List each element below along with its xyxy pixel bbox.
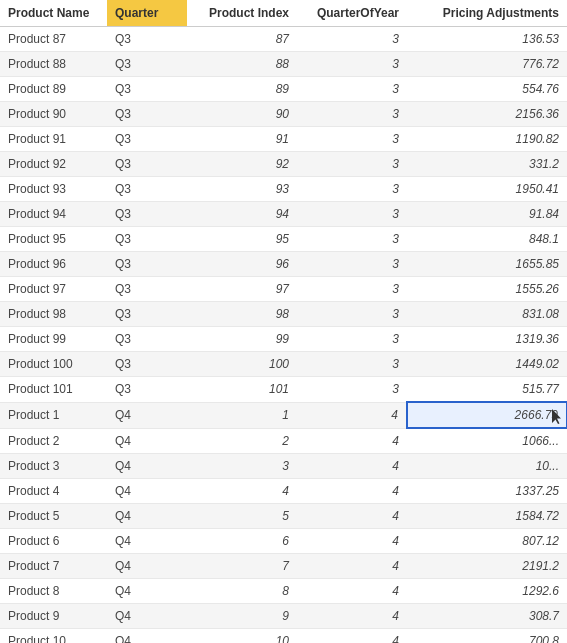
cell-quarter: Q3 (107, 152, 187, 177)
cell-pricing-adjustments: 331.2 (407, 152, 567, 177)
cell-quarter: Q3 (107, 202, 187, 227)
cell-pricing-adjustments: 2191.2 (407, 554, 567, 579)
cell-product-name: Product 88 (0, 52, 107, 77)
cell-product-index: 4 (187, 479, 297, 504)
cell-product-name: Product 92 (0, 152, 107, 177)
table-row: Product 8Q4841292.6 (0, 579, 567, 604)
cell-product-index: 8 (187, 579, 297, 604)
cell-quarter: Q3 (107, 177, 187, 202)
cell-product-index: 89 (187, 77, 297, 102)
cell-quarter-of-year: 3 (297, 202, 407, 227)
cell-pricing-adjustments: 848.1 (407, 227, 567, 252)
cell-product-index: 96 (187, 252, 297, 277)
cell-product-name: Product 90 (0, 102, 107, 127)
table-row: Product 93Q39331950.41 (0, 177, 567, 202)
cell-quarter: Q4 (107, 504, 187, 529)
cell-quarter: Q4 (107, 402, 187, 428)
cell-quarter: Q3 (107, 277, 187, 302)
cell-pricing-adjustments: 776.72 (407, 52, 567, 77)
cell-pricing-adjustments: 1449.02 (407, 352, 567, 377)
header-quarter: Quarter (107, 0, 187, 27)
cell-quarter: Q3 (107, 127, 187, 152)
cell-pricing-adjustments: 308.7 (407, 604, 567, 629)
cell-product-name: Product 5 (0, 504, 107, 529)
cell-quarter-of-year: 4 (297, 479, 407, 504)
cell-product-name: Product 93 (0, 177, 107, 202)
header-quarter-of-year: QuarterOfYear (297, 0, 407, 27)
cell-quarter: Q4 (107, 529, 187, 554)
cell-pricing-adjustments: 91.84 (407, 202, 567, 227)
cell-pricing-adjustments: 1950.41 (407, 177, 567, 202)
table-row: Product 6Q464807.12 (0, 529, 567, 554)
cell-pricing-adjustments: 10... (407, 454, 567, 479)
cell-product-name: Product 4 (0, 479, 107, 504)
cell-pricing-adjustments: 554.76 (407, 77, 567, 102)
cell-product-index: 93 (187, 177, 297, 202)
table-row: Product 5Q4541584.72 (0, 504, 567, 529)
cell-quarter-of-year: 3 (297, 327, 407, 352)
cell-pricing-adjustments: 807.12 (407, 529, 567, 554)
cell-product-name: Product 95 (0, 227, 107, 252)
cell-quarter: Q4 (107, 629, 187, 644)
cell-quarter-of-year: 3 (297, 302, 407, 327)
cell-pricing-adjustments: 1066... (407, 428, 567, 454)
cell-quarter-of-year: 3 (297, 377, 407, 403)
cell-product-index: 91 (187, 127, 297, 152)
cell-pricing-adjustments: 1655.85 (407, 252, 567, 277)
cell-product-index: 9 (187, 604, 297, 629)
cell-quarter-of-year: 3 (297, 152, 407, 177)
cell-quarter-of-year: 4 (297, 629, 407, 644)
cell-pricing-adjustments: 831.08 (407, 302, 567, 327)
table-row: Product 4Q4441337.25 (0, 479, 567, 504)
cell-product-index: 92 (187, 152, 297, 177)
table-row: Product 91Q39131190.82 (0, 127, 567, 152)
header-pricing-adjustments: Pricing Adjustments (407, 0, 567, 27)
cell-product-index: 90 (187, 102, 297, 127)
table-row: Product 7Q4742191.2 (0, 554, 567, 579)
cell-quarter: Q4 (107, 554, 187, 579)
header-product-index: Product Index (187, 0, 297, 27)
table-row: Product 87Q3873136.53 (0, 27, 567, 52)
cell-quarter: Q4 (107, 454, 187, 479)
cell-product-name: Product 101 (0, 377, 107, 403)
data-table: Product Name Quarter Product Index Quart… (0, 0, 567, 643)
cell-product-index: 87 (187, 27, 297, 52)
cell-pricing-adjustments: 1337.25 (407, 479, 567, 504)
cell-product-name: Product 99 (0, 327, 107, 352)
cell-quarter-of-year: 4 (297, 504, 407, 529)
cell-quarter-of-year: 4 (297, 402, 407, 428)
header-product-name: Product Name (0, 0, 107, 27)
cell-product-name: Product 9 (0, 604, 107, 629)
table-row: Product 10Q4104700.8 (0, 629, 567, 644)
cell-quarter: Q3 (107, 102, 187, 127)
cell-product-index: 88 (187, 52, 297, 77)
cell-quarter-of-year: 3 (297, 102, 407, 127)
table-row: Product 98Q3983831.08 (0, 302, 567, 327)
cell-product-name: Product 3 (0, 454, 107, 479)
cell-product-index: 97 (187, 277, 297, 302)
table-row: Product 88Q3883776.72 (0, 52, 567, 77)
cell-quarter: Q4 (107, 479, 187, 504)
cell-quarter: Q3 (107, 227, 187, 252)
cell-product-name: Product 1 (0, 402, 107, 428)
cell-quarter-of-year: 3 (297, 127, 407, 152)
cell-quarter-of-year: 3 (297, 227, 407, 252)
cell-quarter-of-year: 4 (297, 604, 407, 629)
table-row: Product 94Q394391.84 (0, 202, 567, 227)
cell-pricing-adjustments: 515.77 (407, 377, 567, 403)
table-row: Product 97Q39731555.26 (0, 277, 567, 302)
table-row: Product 101Q31013515.77 (0, 377, 567, 403)
cell-pricing-adjustments: 1292.6 (407, 579, 567, 604)
cell-product-name: Product 10 (0, 629, 107, 644)
cell-product-index: 100 (187, 352, 297, 377)
cell-quarter: Q3 (107, 252, 187, 277)
table-row: Product 3Q43410... (0, 454, 567, 479)
cell-quarter-of-year: 4 (297, 554, 407, 579)
cell-product-name: Product 6 (0, 529, 107, 554)
cell-quarter-of-year: 3 (297, 177, 407, 202)
cell-quarter-of-year: 4 (297, 428, 407, 454)
cell-quarter-of-year: 4 (297, 579, 407, 604)
cell-pricing-adjustments: 136.53 (407, 27, 567, 52)
table-row: Product 95Q3953848.1 (0, 227, 567, 252)
cell-quarter-of-year: 3 (297, 52, 407, 77)
